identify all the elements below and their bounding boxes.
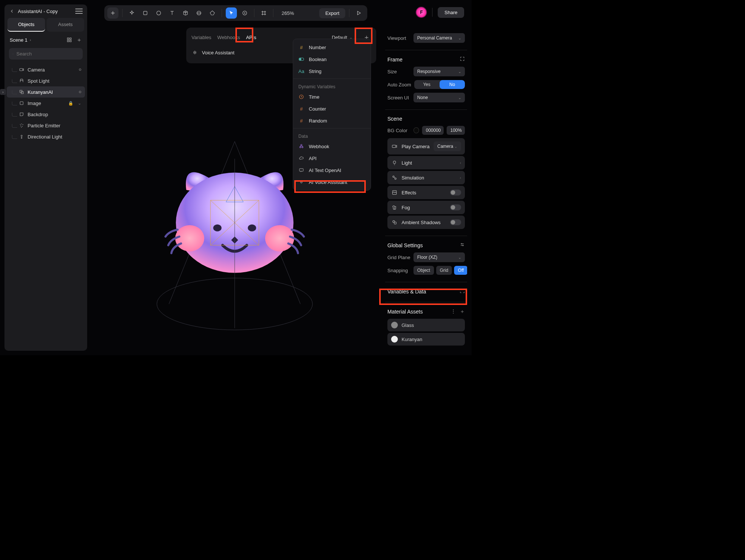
- bgcolor-hex[interactable]: 000000: [422, 126, 444, 135]
- cursor-tool-button[interactable]: [226, 7, 237, 19]
- sparkle-tool-icon[interactable]: [126, 7, 137, 19]
- circle-tool-icon[interactable]: [153, 7, 164, 19]
- voice-icon: [298, 179, 304, 185]
- material-glass[interactable]: Glass: [387, 319, 465, 331]
- light-row[interactable]: Light ›: [387, 156, 465, 169]
- text-tool-icon[interactable]: [167, 7, 178, 19]
- autozoom-yes[interactable]: Yes: [414, 80, 440, 89]
- tree-item-backdrop[interactable]: Backdrop: [7, 109, 85, 120]
- tag-tool-icon[interactable]: [207, 7, 218, 19]
- tree-item-spot-light[interactable]: Spot Light: [7, 75, 85, 86]
- export-button[interactable]: Export: [319, 8, 345, 18]
- dd-item-boolean[interactable]: Boolean: [293, 53, 371, 65]
- dd-item-time[interactable]: Time: [293, 91, 371, 103]
- search-field[interactable]: [9, 48, 83, 60]
- tab-objects[interactable]: Objects: [7, 18, 45, 32]
- voice-wave-icon: [191, 49, 198, 56]
- bgcolor-pct[interactable]: 100%: [447, 126, 465, 135]
- hamburger-menu-icon[interactable]: [75, 9, 83, 14]
- webhook-icon: [298, 143, 304, 149]
- screenui-label: Screen UI: [387, 95, 410, 101]
- share-button[interactable]: Share: [438, 7, 464, 18]
- add-scene-icon[interactable]: ＋: [76, 37, 82, 43]
- clock-icon: [298, 94, 304, 100]
- expand-icon[interactable]: [460, 288, 465, 295]
- fog-row[interactable]: Fog: [387, 201, 465, 214]
- fog-toggle[interactable]: [450, 204, 461, 210]
- screenui-select[interactable]: None⌄: [413, 93, 465, 102]
- dd-item-counter[interactable]: #Counter: [293, 103, 371, 115]
- dd-item-ai-text-openai[interactable]: AI Text OpenAI: [293, 164, 371, 176]
- dd-item-label: String: [309, 69, 321, 74]
- tree-item-kuranyanai[interactable]: ›KuranyanAI: [7, 86, 85, 98]
- autozoom-no[interactable]: No: [440, 80, 465, 89]
- zoom-level[interactable]: 265%: [277, 10, 298, 16]
- dd-item-label: Counter: [309, 106, 326, 112]
- tree-item-camera[interactable]: Camera: [7, 64, 85, 75]
- visibility-dot-icon[interactable]: [79, 69, 81, 71]
- play-button-icon[interactable]: [353, 7, 364, 19]
- backdrop-icon: [19, 111, 25, 117]
- simulation-row[interactable]: Simulation ›: [387, 171, 465, 184]
- viewport-select[interactable]: Personal Camera⌄: [413, 33, 465, 43]
- dd-item-number[interactable]: #Number: [293, 41, 371, 53]
- tree-item-label: Camera: [28, 67, 76, 73]
- svg-point-22: [157, 278, 313, 330]
- variables-data-title[interactable]: Variables & Data: [387, 289, 426, 295]
- play-camera-value: Camera: [437, 144, 453, 149]
- gridplane-value: Floor (XZ): [417, 255, 437, 260]
- svg-point-4: [13, 54, 13, 54]
- user-avatar[interactable]: F: [416, 7, 427, 18]
- dd-item-api[interactable]: API: [293, 152, 371, 164]
- tree-item-image[interactable]: Image🔒⌄: [7, 98, 85, 109]
- grid-view-icon[interactable]: [66, 37, 72, 43]
- rectangle-tool-icon[interactable]: [140, 7, 151, 19]
- svg-point-15: [21, 135, 22, 137]
- search-icon: [13, 51, 13, 57]
- search-input[interactable]: [16, 51, 79, 57]
- dd-item-webhook[interactable]: Webhook: [293, 140, 371, 152]
- simulation-label: Simulation: [402, 175, 456, 181]
- ambient-shadows-row[interactable]: Ambient Shadows: [387, 216, 465, 229]
- dd-item-ai-voice-assistant[interactable]: AI Voice Assistant: [293, 176, 371, 188]
- frame-tool-icon[interactable]: [258, 7, 269, 19]
- material-swatch: [391, 322, 398, 328]
- expand-toggle-icon[interactable]: ›: [0, 89, 6, 95]
- snap-off[interactable]: Off: [454, 266, 467, 275]
- visibility-dot-icon[interactable]: [79, 91, 81, 93]
- tree-item-particle-emitter[interactable]: Particle Emitter: [7, 120, 85, 131]
- effects-label: Effects: [402, 190, 446, 195]
- scene-selector[interactable]: Scene 1 ›: [10, 37, 63, 43]
- snap-grid[interactable]: Grid: [436, 266, 452, 275]
- add-object-button[interactable]: [107, 7, 118, 19]
- ambient-toggle[interactable]: [450, 219, 461, 225]
- svg-rect-5: [20, 69, 23, 71]
- tree-item-directional-light[interactable]: Directional Light: [7, 131, 85, 142]
- cube-tool-icon[interactable]: [180, 7, 191, 19]
- material-kuranyan[interactable]: Kuranyan: [387, 333, 465, 346]
- dd-item-random[interactable]: #Random: [293, 115, 371, 127]
- effects-row[interactable]: Effects: [387, 186, 465, 199]
- sphere-tool-icon[interactable]: [193, 7, 205, 19]
- var-tab-variables[interactable]: Variables: [191, 35, 211, 40]
- back-arrow-icon[interactable]: [9, 8, 15, 14]
- gridplane-label: Grid Plane: [387, 255, 410, 260]
- snap-object[interactable]: Object: [413, 266, 434, 275]
- size-select[interactable]: Responsive⌄: [413, 67, 465, 76]
- fullscreen-icon[interactable]: [460, 56, 465, 63]
- hash-icon: #: [298, 44, 304, 50]
- tab-assets[interactable]: Assets: [47, 18, 84, 32]
- material-add-icon[interactable]: ＋: [460, 308, 465, 315]
- global-settings-icon[interactable]: [460, 242, 465, 248]
- play-camera-row[interactable]: Play Camera Camera⌄: [387, 138, 465, 155]
- dd-item-string[interactable]: AaString: [293, 65, 371, 77]
- svg-rect-39: [392, 145, 396, 148]
- var-tab-webhooks[interactable]: Webhooks: [217, 35, 240, 40]
- effects-toggle[interactable]: [450, 190, 461, 195]
- svg-point-33: [299, 58, 301, 60]
- bgcolor-swatch[interactable]: [413, 127, 419, 133]
- material-more-icon[interactable]: ⋮: [451, 308, 456, 315]
- gridplane-select[interactable]: Floor (XZ)⌄: [413, 252, 465, 262]
- comment-tool-icon[interactable]: [239, 7, 250, 19]
- var-tab-apis[interactable]: APIs: [246, 35, 256, 40]
